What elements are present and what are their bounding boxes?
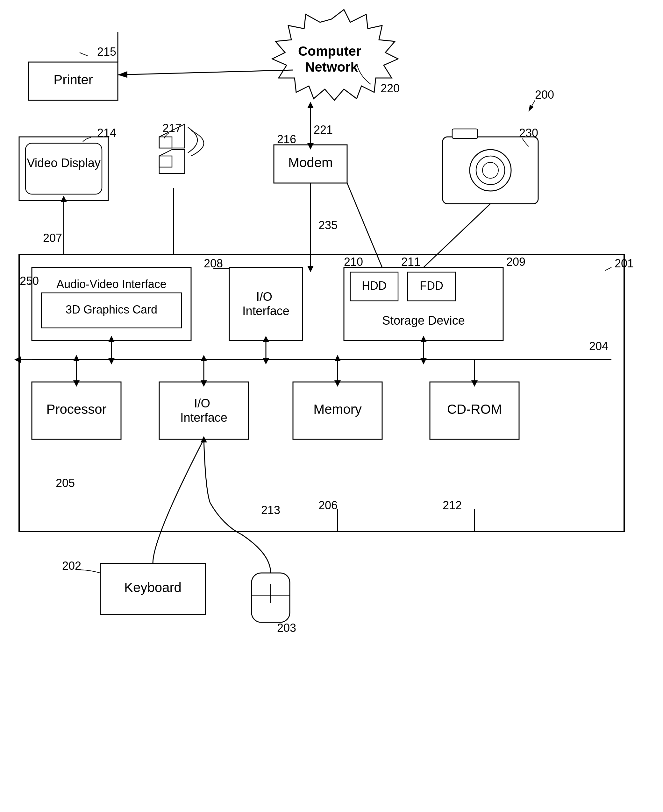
ref-201: 201 <box>614 257 634 270</box>
ref-205: 205 <box>56 476 75 489</box>
memory-label: Memory <box>313 402 362 416</box>
ref-215: 215 <box>97 45 116 58</box>
hdd-label: HDD <box>362 279 386 292</box>
svg-rect-7 <box>159 156 172 167</box>
ref-211: 211 <box>401 255 420 268</box>
audio-video-label: Audio-Video Interface <box>57 278 167 291</box>
main-computer-box: 201 Audio-Video Interface 3D Graphics Ca… <box>15 255 634 531</box>
ref-216: 216 <box>277 133 296 146</box>
printer-label: Printer <box>53 72 93 87</box>
storage-device-box: HDD FDD Storage Device <box>344 267 503 341</box>
processor-label: Processor <box>46 402 106 416</box>
ref-235: 235 <box>319 219 338 232</box>
ref-207: 207 <box>43 231 62 244</box>
keyboard-label: Keyboard <box>124 580 181 595</box>
svg-rect-34 <box>159 382 248 439</box>
ref-203: 203 <box>277 622 296 634</box>
fdd-label: FDD <box>420 279 443 292</box>
storage-device-label: Storage Device <box>382 314 465 327</box>
diagram-container: Computer Network 220 Printer 215 Video D… <box>0 0 663 812</box>
processor-box: Processor <box>32 382 121 439</box>
ref-220: 220 <box>380 82 399 95</box>
svg-rect-5 <box>159 137 172 148</box>
ref-202: 202 <box>62 559 81 572</box>
ref-217: 217 <box>162 122 181 135</box>
camera-icon: 230 <box>443 126 538 204</box>
io-interface-top-box: I/O Interface <box>229 267 302 341</box>
ref-214: 214 <box>97 126 116 139</box>
ref-250: 250 <box>20 274 39 287</box>
ref-230: 230 <box>519 126 538 139</box>
ref-206: 206 <box>319 499 338 512</box>
modem-label: Modem <box>288 155 333 170</box>
ref-204: 204 <box>589 340 608 353</box>
ref-221: 221 <box>314 123 333 136</box>
memory-box: Memory <box>293 382 382 439</box>
audio-video-interface-box: Audio-Video Interface 3D Graphics Card <box>32 267 191 341</box>
io-interface-bottom-box: I/O Interface <box>159 382 248 439</box>
cd-rom-label: CD-ROM <box>447 402 502 416</box>
video-display-label: Video Display <box>27 156 100 170</box>
ref-200: 200 <box>535 88 554 101</box>
ref-210: 210 <box>344 255 363 268</box>
graphics-card-label: 3D Graphics Card <box>66 303 157 316</box>
video-display-box: Video Display 214 <box>19 126 116 200</box>
svg-point-13 <box>482 162 498 178</box>
ref-213: 213 <box>261 504 280 517</box>
ref-209: 209 <box>506 255 526 268</box>
cd-rom-box: CD-ROM <box>430 382 519 439</box>
ref-212: 212 <box>443 499 462 512</box>
svg-rect-10 <box>452 129 478 139</box>
svg-rect-17 <box>229 267 302 341</box>
ref-208: 208 <box>204 257 223 270</box>
